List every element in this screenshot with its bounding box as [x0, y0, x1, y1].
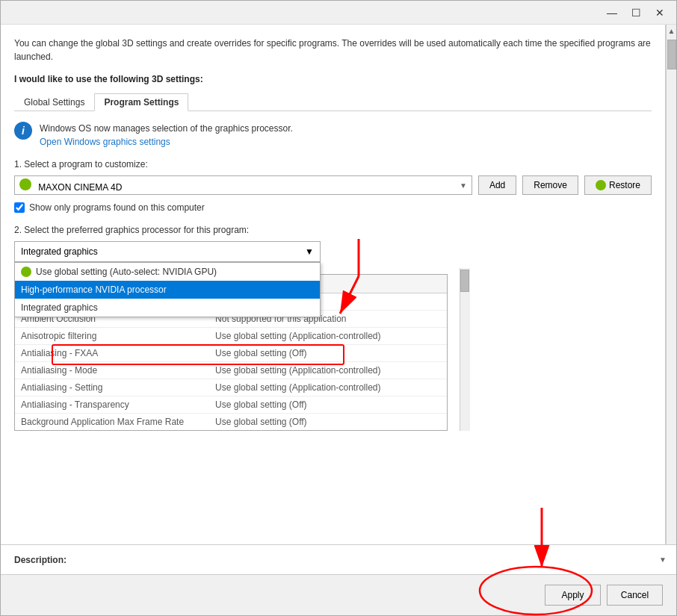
table-row[interactable]: Antialiasing - FXAA Use global setting (… [15, 345, 447, 362]
gpu-select[interactable]: Integrated graphics ▼ [14, 241, 321, 262]
content-area: You can change the global 3D settings an… [1, 25, 676, 544]
info-icon: i [14, 122, 32, 140]
gpu-global-icon [21, 267, 31, 277]
info-text: Windows OS now manages selection of the … [40, 122, 293, 149]
table-row[interactable]: Antialiasing - Transparency Use global s… [15, 396, 447, 414]
table-scrollbar[interactable] [460, 268, 470, 431]
scroll-thumb[interactable] [667, 40, 676, 69]
remove-button[interactable]: Remove [522, 175, 578, 195]
feature-setting: Use global setting (Off) [209, 414, 447, 430]
feature-setting: Use global setting (Application-controll… [209, 328, 447, 344]
description-scroll-arrow[interactable]: ▼ [659, 556, 667, 564]
gpu-dropdown-menu: Use global setting (Auto-select: NVIDIA … [14, 262, 321, 317]
tabs-container: Global Settings Program Settings [14, 93, 652, 111]
feature-name: Anisotropic filtering [15, 328, 209, 344]
program-select-row: MAXON CINEMA 4D ▼ Add Remove Restore [14, 175, 652, 195]
feature-name: Antialiasing - Transparency [15, 396, 209, 413]
step2-label: 2. Select the preferred graphics process… [14, 225, 652, 235]
show-programs-checkbox[interactable] [14, 202, 25, 213]
gpu-option-label-1: High-performance NVIDIA processor [21, 284, 167, 295]
gpu-option-label-2: Integrated graphics [21, 302, 98, 313]
program-name: MAXON CINEMA 4D [38, 182, 122, 193]
gpu-dropdown-arrow: ▼ [305, 246, 314, 257]
restore-label: Restore [609, 180, 640, 190]
main-scrollbar[interactable]: ▲ [666, 25, 676, 544]
add-button[interactable]: Add [478, 175, 516, 195]
gpu-dropdown-container: Integrated graphics ▼ Use global setting… [14, 241, 652, 262]
tab-global-settings[interactable]: Global Settings [14, 93, 94, 111]
restore-button[interactable]: Restore [584, 175, 652, 195]
info-box: i Windows OS now manages selection of th… [14, 122, 652, 149]
table-row[interactable]: Antialiasing - Setting Use global settin… [15, 379, 447, 396]
cancel-button[interactable]: Cancel [607, 585, 663, 606]
program-dropdown-arrow: ▼ [460, 181, 467, 190]
section-title: I would like to use the following 3D set… [14, 74, 652, 84]
footer-bar: Apply Cancel [1, 574, 676, 615]
table-row[interactable]: Anisotropic filtering Use global setting… [15, 328, 447, 345]
table-scroll-thumb [460, 270, 469, 292]
maximize-button[interactable]: ☐ [625, 4, 646, 21]
feature-setting: Use global setting (Application-controll… [209, 379, 447, 396]
gpu-option-label-0: Use global setting (Auto-select: NVIDIA … [36, 267, 217, 277]
show-programs-label: Show only programs found on this compute… [29, 202, 205, 213]
gpu-current-value: Integrated graphics [21, 246, 98, 257]
table-row[interactable]: Antialiasing - Mode Use global setting (… [15, 362, 447, 379]
feature-setting: Use global setting (Off) [209, 396, 447, 413]
apply-button[interactable]: Apply [545, 585, 601, 606]
feature-name: Antialiasing - FXAA [15, 345, 209, 361]
program-dropdown[interactable]: MAXON CINEMA 4D ▼ [14, 175, 472, 195]
description-label: Description: [14, 555, 67, 565]
feature-name: Background Application Max Frame Rate [15, 414, 209, 430]
intro-text: You can change the global 3D settings an… [14, 34, 652, 63]
title-bar: — ☐ ✕ [1, 1, 676, 25]
feature-name: Antialiasing - Setting [15, 379, 209, 396]
main-content-panel: You can change the global 3D settings an… [1, 25, 666, 544]
program-icon [19, 178, 31, 190]
feature-setting: Use global setting (Off) [209, 345, 447, 361]
windows-graphics-settings-link[interactable]: Open Windows graphics settings [40, 137, 170, 147]
gpu-option-high-perf[interactable]: High-performance NVIDIA processor [15, 281, 320, 299]
tab-program-settings[interactable]: Program Settings [94, 93, 188, 111]
restore-icon [596, 180, 606, 190]
main-window: — ☐ ✕ You can change the global 3D setti… [0, 0, 677, 616]
title-bar-controls: — ☐ ✕ [602, 4, 670, 21]
feature-name: Antialiasing - Mode [15, 362, 209, 379]
gpu-option-integrated[interactable]: Integrated graphics [15, 299, 320, 317]
minimize-button[interactable]: — [602, 4, 622, 21]
step1-label: 1. Select a program to customize: [14, 159, 652, 169]
description-bar: Description: ▼ [1, 544, 676, 574]
close-button[interactable]: ✕ [649, 4, 670, 21]
table-row[interactable]: Background Application Max Frame Rate Us… [15, 414, 447, 430]
show-programs-checkbox-row: Show only programs found on this compute… [14, 202, 652, 213]
feature-setting: Use global setting (Application-controll… [209, 362, 447, 379]
gpu-option-global[interactable]: Use global setting (Auto-select: NVIDIA … [15, 263, 320, 281]
scroll-up-arrow[interactable]: ▲ [667, 25, 677, 37]
